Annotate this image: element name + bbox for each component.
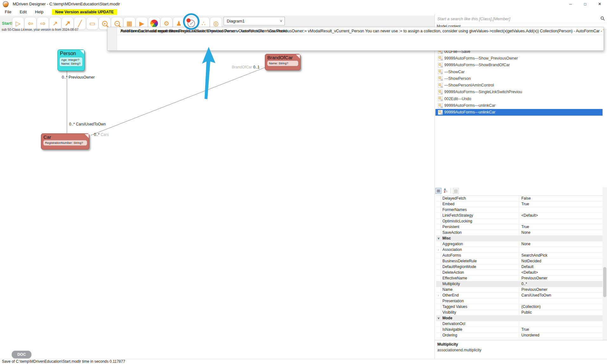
property-value[interactable]: Unordered: [519, 333, 603, 338]
expand-chevron-icon[interactable]: [436, 219, 441, 224]
property-value[interactable]: NotDecided: [519, 259, 603, 264]
doc-button[interactable]: DOC: [12, 351, 31, 358]
class-box-car[interactable]: Car RegistrationNumber: String?: [41, 133, 89, 150]
update-banner[interactable]: New Version available UPDATE: [52, 9, 117, 15]
property-value[interactable]: None: [519, 241, 603, 247]
start-label[interactable]: Start!: [2, 21, 13, 26]
maximize-button[interactable]: □: [578, 0, 592, 8]
property-row[interactable]: IsNavigable True: [436, 327, 603, 333]
property-value[interactable]: [519, 236, 603, 241]
property-row[interactable]: DerivationOcl: [436, 321, 603, 327]
search-icon[interactable]: [601, 16, 604, 20]
property-value[interactable]: Public: [519, 310, 603, 315]
property-value[interactable]: PreviousOwner: [519, 276, 603, 281]
expand-chevron-icon[interactable]: ›: [436, 293, 441, 298]
property-value[interactable]: <Default>: [519, 213, 603, 218]
diagram-canvas[interactable]: Person Age: Integer? Name: String? Brand…: [0, 32, 434, 359]
property-value[interactable]: 0..*: [519, 281, 603, 287]
expand-chevron-icon[interactable]: [436, 230, 441, 235]
expand-chevron-icon[interactable]: [436, 304, 441, 310]
property-row[interactable]: BusinessDeleteRule NotDecided: [436, 259, 603, 264]
list-item[interactable]: 99999AutoForms---Show_PreviousOwner: [435, 55, 603, 61]
property-row[interactable]: EffectiveName PreviousOwner: [436, 276, 603, 281]
class-box-person[interactable]: Person Age: Integer? Name: String?: [57, 49, 85, 71]
close-button[interactable]: ✕: [592, 0, 607, 8]
property-grid-scrollbar[interactable]: [603, 187, 607, 340]
list-item[interactable]: 99999AutoForms---unlinkCar: [435, 109, 603, 116]
expand-chevron-icon[interactable]: [436, 196, 441, 201]
property-value[interactable]: [519, 219, 603, 224]
list-item[interactable]: ---ShowPersonIAmInControl: [435, 82, 603, 88]
expand-chevron-icon[interactable]: [436, 253, 441, 258]
property-row[interactable]: AutoForms SearchAndPick: [436, 253, 603, 259]
property-row[interactable]: ˅ Mode: [436, 316, 603, 321]
expand-chevron-icon[interactable]: [436, 201, 441, 207]
property-row[interactable]: › OtherEnd CarsIUsedToOwn: [436, 293, 603, 298]
menu-edit[interactable]: Edit: [16, 9, 31, 15]
property-value[interactable]: True: [519, 224, 603, 230]
expand-chevron-icon[interactable]: [436, 207, 441, 213]
property-row[interactable]: DeleteAction <Default>: [436, 270, 603, 276]
categorized-view-icon[interactable]: ⊞: [435, 188, 441, 194]
list-item[interactable]: 99999AutoForms---ShowBrandOfCar: [435, 62, 603, 68]
menu-help[interactable]: Help: [31, 9, 48, 15]
property-value[interactable]: CarsIUsedToOwn: [519, 293, 603, 298]
property-value[interactable]: (Collection): [519, 304, 603, 310]
expand-chevron-icon[interactable]: [436, 321, 441, 327]
property-value[interactable]: [519, 321, 603, 327]
expand-chevron-icon[interactable]: [436, 276, 441, 281]
property-value[interactable]: True: [519, 327, 603, 332]
property-row[interactable]: OptimisticLocking: [436, 219, 603, 224]
expand-chevron-icon[interactable]: ˅: [436, 236, 441, 241]
menu-file[interactable]: File: [1, 9, 16, 15]
property-value[interactable]: Default: [519, 264, 603, 270]
property-value[interactable]: [519, 298, 603, 304]
property-row[interactable]: › Association: [436, 247, 603, 253]
property-row[interactable]: Multiplicity 0..*: [436, 281, 603, 287]
property-value[interactable]: SearchAndPick: [519, 253, 603, 258]
property-row[interactable]: ˅ Misc: [436, 236, 603, 241]
property-value[interactable]: False: [519, 196, 603, 201]
property-row[interactable]: SaveAction None: [436, 230, 603, 236]
list-item[interactable]: 002Edit---Undo: [435, 95, 603, 102]
expand-chevron-icon[interactable]: [436, 264, 441, 270]
expand-chevron-icon[interactable]: [436, 213, 441, 218]
property-row[interactable]: Presentation: [436, 298, 603, 304]
class-box-brandofcar[interactable]: BrandOfCar Name: String?: [265, 54, 301, 70]
property-row[interactable]: Tagged Values (Collection): [436, 304, 603, 310]
property-row[interactable]: FormerNames: [436, 207, 603, 213]
expand-chevron-icon[interactable]: [436, 287, 441, 292]
expand-chevron-icon[interactable]: [436, 281, 441, 287]
list-item[interactable]: 99999AutoForms---SingleLinkSwitchPreviou: [435, 89, 603, 95]
property-value[interactable]: PreviousOwner: [519, 287, 603, 292]
expand-chevron-icon[interactable]: [436, 259, 441, 264]
expand-chevron-icon[interactable]: [436, 310, 441, 315]
property-row[interactable]: Aggregation None: [436, 241, 603, 247]
expand-chevron-icon[interactable]: [436, 327, 441, 332]
property-row[interactable]: Visibility Public: [436, 310, 603, 316]
property-row[interactable]: Embed True: [436, 201, 603, 207]
property-value[interactable]: True: [519, 201, 603, 207]
new-class-tool[interactable]: ▭: [86, 17, 98, 30]
property-value[interactable]: <Default>: [519, 270, 603, 275]
search-input[interactable]: [437, 15, 596, 22]
property-row[interactable]: Ordering Unordered: [436, 333, 603, 338]
property-row[interactable]: Name PreviousOwner: [436, 287, 603, 293]
expand-chevron-icon[interactable]: [436, 241, 441, 247]
property-value[interactable]: [519, 316, 603, 321]
scrollbar-thumb[interactable]: [603, 267, 606, 297]
property-row[interactable]: DelayedFetch False: [436, 196, 603, 201]
property-row[interactable]: DefaultRegionMode Default: [436, 264, 603, 270]
expand-chevron-icon[interactable]: ˅: [436, 316, 441, 321]
property-row[interactable]: Persistent True: [436, 224, 603, 230]
expand-chevron-icon[interactable]: [436, 333, 441, 338]
expand-chevron-icon[interactable]: [436, 224, 441, 230]
expand-chevron-icon[interactable]: [436, 270, 441, 275]
diagram-selector[interactable]: Diagram1 ˅: [224, 17, 285, 25]
list-item[interactable]: ---ShowPerson: [435, 75, 603, 82]
property-row[interactable]: LinkFetchStrategy <Default>: [436, 213, 603, 219]
property-value[interactable]: [519, 207, 603, 213]
list-item[interactable]: 99999AutoForms---unlinkCar: [435, 102, 603, 109]
list-item[interactable]: ---ShowCar: [435, 68, 603, 75]
expand-chevron-icon[interactable]: ›: [436, 247, 441, 252]
